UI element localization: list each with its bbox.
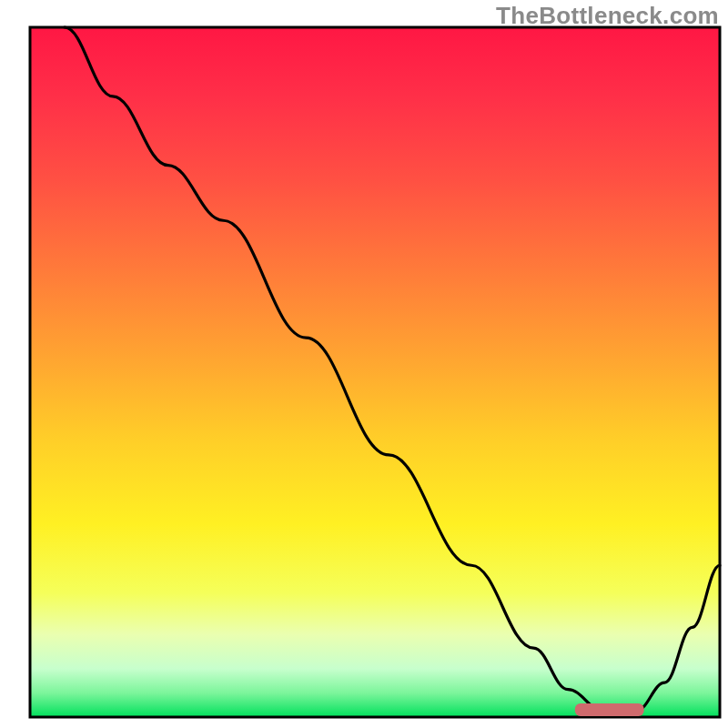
chart-container: TheBottleneck.com (0, 0, 728, 728)
plot-background (30, 27, 720, 717)
optimum-marker (575, 703, 644, 716)
bottleneck-chart (0, 0, 728, 728)
watermark-text: TheBottleneck.com (496, 2, 719, 30)
